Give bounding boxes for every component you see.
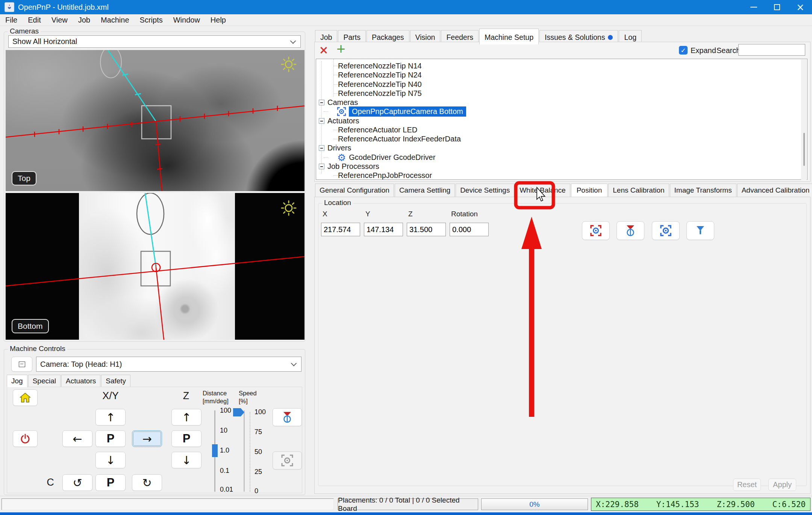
close-button[interactable]: × xyxy=(789,0,812,14)
y-field[interactable] xyxy=(364,223,403,236)
home-button[interactable] xyxy=(13,389,38,406)
camera-view-bottom[interactable]: Bottom xyxy=(6,193,304,340)
tab-advanced-calibration[interactable]: Advanced Calibration xyxy=(737,184,812,197)
y-field-label: Y xyxy=(365,210,370,218)
minimize-button[interactable] xyxy=(742,0,765,14)
jog-x-plus-button[interactable]: → xyxy=(132,430,162,447)
menu-scripts[interactable]: Scripts xyxy=(135,15,168,25)
expand-checkbox[interactable]: ✓ xyxy=(679,46,688,55)
jog-c-ccw-button[interactable]: ↺ xyxy=(62,474,92,491)
position-xy-button[interactable]: P xyxy=(95,430,126,447)
add-button[interactable]: + xyxy=(335,42,347,56)
tree-collapse-icon[interactable] xyxy=(319,164,324,169)
jog-c-cw-button[interactable]: ↻ xyxy=(132,474,162,491)
tree-item-nozzletip-n24[interactable]: ReferenceNozzleTip N24 xyxy=(316,70,422,80)
tree-item-gcodedriver[interactable]: ⚙ GcodeDriver GcodeDriver xyxy=(316,153,435,162)
tab-jog[interactable]: Jog xyxy=(7,375,27,387)
head-mountable-select[interactable]: Camera: Top (Head: H1) xyxy=(36,357,301,372)
tab-actuators[interactable]: Actuators xyxy=(61,375,100,387)
title-bar: OpenPnP - Untitled.job.xml × xyxy=(0,0,812,14)
menu-window[interactable]: Window xyxy=(168,15,205,25)
tree-item-capture-camera-bottom[interactable]: OpenPnpCaptureCamera Bottom xyxy=(316,107,466,116)
capture-nozzle-location-button[interactable] xyxy=(617,221,644,240)
tree-item-nozzletip-n75[interactable]: ReferenceNozzleTip N75 xyxy=(316,89,422,98)
tree-collapse-icon[interactable] xyxy=(319,145,324,151)
position-z-button[interactable]: P xyxy=(171,430,201,447)
tree-item-actuator-indexfeederdata[interactable]: ReferenceActuator IndexFeederData xyxy=(316,134,461,144)
tab-general-configuration[interactable]: General Configuration xyxy=(315,184,394,197)
distance-slider-thumb[interactable] xyxy=(212,444,218,457)
jog-z-minus-button[interactable]: ↓ xyxy=(171,452,201,468)
rotate-cw-icon: ↻ xyxy=(142,476,151,489)
config-tabbar: General Configuration Camera Settling De… xyxy=(315,184,812,197)
capture-camera-location-button[interactable] xyxy=(582,221,610,240)
tree-item-actuator-led[interactable]: ReferenceActuator LED xyxy=(316,125,417,135)
tab-device-settings[interactable]: Device Settings xyxy=(456,184,514,197)
apply-button[interactable]: Apply xyxy=(768,479,796,491)
tree-scrollbar-thumb[interactable] xyxy=(803,133,805,166)
z-axis-label: Z xyxy=(171,390,201,402)
tree-item-pnp-job-processor[interactable]: ReferencePnpJobProcessor xyxy=(316,171,432,180)
tree-item-nozzletip-n14[interactable]: ReferenceNozzleTip N14 xyxy=(316,61,422,71)
dro-z: Z:29.500 xyxy=(717,500,754,509)
progress-bar: 0% xyxy=(481,498,588,510)
speed-slider-thumb[interactable] xyxy=(233,408,244,416)
tree-branch-drivers[interactable]: Drivers xyxy=(316,143,351,153)
tab-safety[interactable]: Safety xyxy=(101,375,130,387)
tree-branch-cameras[interactable]: Cameras xyxy=(316,98,358,107)
jog-y-plus-button[interactable]: ↑ xyxy=(95,409,126,425)
tree-branch-actuators[interactable]: Actuators xyxy=(316,116,359,126)
tree-item-nozzletip-n40[interactable]: ReferenceNozzleTip N40 xyxy=(316,80,422,89)
move-camera-to-location-button[interactable] xyxy=(652,221,680,240)
collapse-controls-button[interactable] xyxy=(11,357,32,372)
maximize-icon xyxy=(774,4,780,10)
tree-collapse-icon[interactable] xyxy=(319,118,324,124)
camera-view-top[interactable]: Top xyxy=(6,50,304,191)
jog-y-minus-button[interactable]: ↓ xyxy=(95,452,126,468)
camera-name-badge-bottom: Bottom xyxy=(12,319,49,333)
collapse-icon xyxy=(19,362,25,367)
tab-position[interactable]: Position xyxy=(571,184,608,197)
speed-slider[interactable] xyxy=(244,410,245,492)
arrow-down-icon: ↓ xyxy=(182,454,191,467)
menu-machine[interactable]: Machine xyxy=(95,15,135,25)
menu-help[interactable]: Help xyxy=(205,15,231,25)
camera-layout-select[interactable]: Show All Horizontal xyxy=(8,35,301,48)
reset-button[interactable]: Reset xyxy=(733,479,761,491)
z-field[interactable] xyxy=(407,223,446,236)
position-camera-button[interactable] xyxy=(273,451,302,469)
tab-special[interactable]: Special xyxy=(28,375,61,387)
tree-collapse-icon[interactable] xyxy=(319,100,324,105)
speed-tick-50: 50 xyxy=(255,448,262,456)
search-input[interactable] xyxy=(738,44,805,56)
menu-edit[interactable]: Edit xyxy=(23,15,46,25)
check-icon: ✓ xyxy=(680,47,686,54)
maximize-button[interactable] xyxy=(765,0,789,14)
park-z-button[interactable] xyxy=(273,408,302,426)
speed-label: Speed [%] xyxy=(239,389,265,405)
rotation-field[interactable] xyxy=(450,223,489,236)
position-c-button[interactable]: P xyxy=(95,474,126,491)
move-nozzle-to-location-button[interactable] xyxy=(686,221,714,240)
menu-view[interactable]: View xyxy=(46,15,73,25)
tree-scrollbar[interactable] xyxy=(801,59,807,180)
menu-file[interactable]: File xyxy=(0,15,23,25)
power-button[interactable] xyxy=(13,430,38,447)
machine-controls-title: Machine Controls xyxy=(8,345,67,353)
menu-job[interactable]: Job xyxy=(73,15,95,25)
delete-button[interactable]: × xyxy=(318,44,329,56)
jog-x-minus-button[interactable]: ← xyxy=(62,430,92,447)
position-p-label: P xyxy=(107,476,115,489)
tab-camera-settling[interactable]: Camera Settling xyxy=(395,184,455,197)
capture-nozzle-icon xyxy=(624,224,636,237)
tab-image-transforms[interactable]: Image Transforms xyxy=(670,184,736,197)
speed-slider-ticks xyxy=(250,412,250,492)
tree-branch-job-processors[interactable]: Job Processors xyxy=(316,162,379,171)
tab-lens-calibration[interactable]: Lens Calibration xyxy=(608,184,669,197)
status-message-field xyxy=(2,498,334,510)
jog-z-plus-button[interactable]: ↑ xyxy=(171,409,201,425)
x-field[interactable] xyxy=(321,223,360,236)
tab-white-balance[interactable]: White Balance xyxy=(515,184,570,197)
camera-image-top xyxy=(6,50,304,191)
tab-machine-setup[interactable]: Machine Setup xyxy=(479,29,539,44)
